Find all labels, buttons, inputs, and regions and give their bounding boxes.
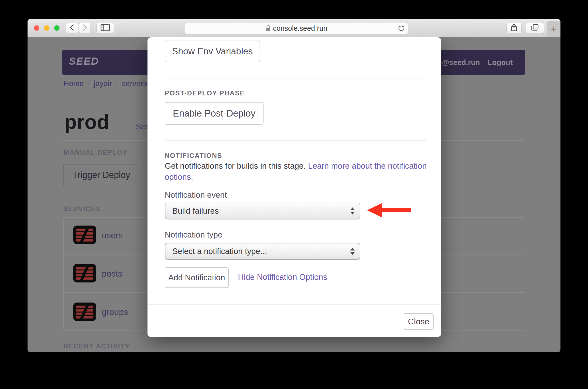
reload-button[interactable]: [398, 25, 405, 34]
notification-type-select[interactable]: Select a notification type...: [165, 243, 360, 260]
breadcrumb-home[interactable]: Home: [63, 79, 84, 88]
selected-event-value: Build failures: [172, 206, 219, 216]
breadcrumb: Home / jayair / serverles: [63, 79, 153, 88]
notification-event-label: Notification event: [165, 190, 227, 200]
new-tab-button[interactable]: +: [547, 21, 560, 37]
close-window-button[interactable]: [34, 25, 39, 31]
tabs-icon: [531, 24, 539, 32]
serverless-service-icon: [73, 225, 96, 244]
service-name[interactable]: posts: [102, 269, 123, 279]
breadcrumb-separator: /: [116, 79, 118, 88]
notifications-label: NOTIFICATIONS: [165, 152, 222, 160]
trigger-deploy-button[interactable]: Trigger Deploy: [63, 164, 139, 186]
post-deploy-phase-label: POST-DEPLOY PHASE: [165, 90, 245, 97]
description-text: Get notifications for builds in this sta…: [165, 161, 306, 170]
divider: [148, 304, 441, 305]
forward-button[interactable]: [79, 23, 91, 33]
share-button[interactable]: [506, 23, 522, 33]
back-chevron-icon: [69, 24, 75, 32]
hide-notification-options-link[interactable]: Hide Notification Options: [238, 272, 327, 282]
selected-type-value: Select a notification type...: [172, 247, 267, 256]
browser-window: console.seed.run: [28, 19, 560, 352]
sidebar-toggle-button[interactable]: [96, 23, 114, 33]
logout-link[interactable]: Logout: [488, 58, 513, 67]
serverless-service-icon: [73, 302, 96, 321]
breadcrumb-user[interactable]: jayair: [94, 79, 112, 88]
lock-icon: [266, 25, 271, 32]
breadcrumb-separator: /: [88, 79, 90, 88]
minimize-window-button[interactable]: [44, 25, 49, 31]
address-bar[interactable]: console.seed.run: [185, 23, 408, 34]
enable-post-deploy-button[interactable]: Enable Post-Deploy: [165, 102, 264, 125]
notification-event-select[interactable]: Build failures: [165, 203, 360, 219]
serverless-service-icon: [73, 264, 96, 283]
notifications-description: Get notifications for builds in this sta…: [165, 160, 434, 182]
share-icon: [511, 24, 517, 32]
show-tabs-button[interactable]: [526, 23, 544, 33]
notification-type-label: Notification type: [165, 230, 222, 239]
zoom-window-button[interactable]: [54, 25, 60, 31]
select-arrows-icon: [350, 208, 355, 215]
annotation-arrow-icon: [366, 202, 412, 219]
service-name[interactable]: groups: [102, 307, 128, 317]
manual-deploy-label: MANUAL DEPLOY: [63, 149, 127, 156]
browser-toolbar: console.seed.run: [28, 19, 560, 37]
show-env-variables-button[interactable]: Show Env Variables: [165, 41, 260, 62]
stage-settings-modal: Show Env Variables POST-DEPLOY PHASE Ena…: [148, 37, 441, 337]
plus-icon: +: [551, 24, 557, 35]
divider: [165, 140, 426, 141]
add-notification-button[interactable]: Add Notification: [165, 267, 229, 288]
url-text: console.seed.run: [273, 24, 327, 32]
recent-activity-label: RECENT ACTIVITY: [63, 343, 130, 350]
service-name[interactable]: users: [102, 230, 123, 240]
account-email: @seed.run: [442, 58, 480, 67]
select-arrows-icon: [350, 248, 355, 255]
forward-chevron-icon: [82, 24, 88, 32]
seed-logo[interactable]: SEED: [69, 55, 99, 67]
close-button[interactable]: Close: [404, 313, 434, 330]
divider: [165, 79, 426, 79]
services-label: SERVICES: [63, 205, 101, 213]
sidebar-icon: [100, 24, 110, 32]
stage-title: prod: [64, 110, 109, 133]
back-button[interactable]: [66, 23, 78, 33]
